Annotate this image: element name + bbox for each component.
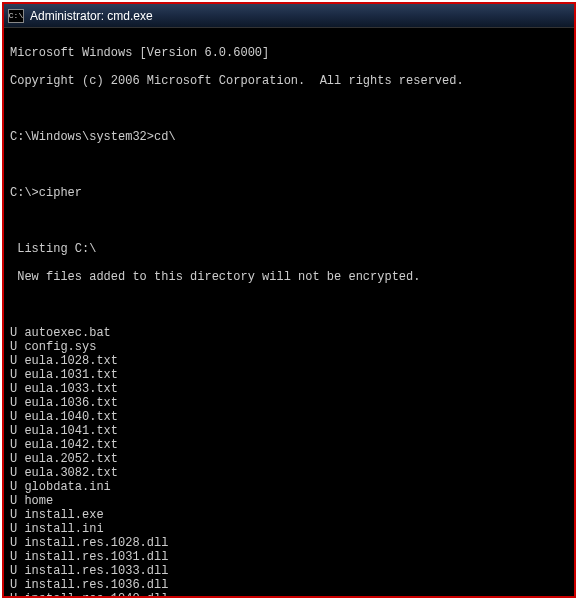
file-listing: U autoexec.batU config.sysU eula.1028.tx… <box>10 326 568 596</box>
file-entry: U install.res.1031.dll <box>10 550 568 564</box>
titlebar[interactable]: C:\ Administrator: cmd.exe <box>4 4 574 28</box>
file-entry: U eula.1036.txt <box>10 396 568 410</box>
window-title: Administrator: cmd.exe <box>30 9 153 23</box>
header-version: Microsoft Windows [Version 6.0.6000] <box>10 46 568 60</box>
file-entry: U eula.1041.txt <box>10 424 568 438</box>
file-entry: U eula.2052.txt <box>10 452 568 466</box>
file-entry: U install.res.1040.dll <box>10 592 568 596</box>
file-entry: U eula.1031.txt <box>10 368 568 382</box>
file-entry: U eula.3082.txt <box>10 466 568 480</box>
listing-header: Listing C:\ <box>10 242 568 256</box>
file-entry: U install.res.1036.dll <box>10 578 568 592</box>
file-entry: U autoexec.bat <box>10 326 568 340</box>
file-entry: U eula.1033.txt <box>10 382 568 396</box>
file-entry: U install.ini <box>10 522 568 536</box>
terminal-output[interactable]: Microsoft Windows [Version 6.0.6000] Cop… <box>4 28 574 596</box>
file-entry: U config.sys <box>10 340 568 354</box>
header-copyright: Copyright (c) 2006 Microsoft Corporation… <box>10 74 568 88</box>
cmd-icon-text: C:\ <box>9 12 23 20</box>
prompt-cipher: C:\>cipher <box>10 186 568 200</box>
file-entry: U home <box>10 494 568 508</box>
file-entry: U install.exe <box>10 508 568 522</box>
prompt-cd: C:\Windows\system32>cd\ <box>10 130 568 144</box>
file-entry: U eula.1028.txt <box>10 354 568 368</box>
file-entry: U eula.1042.txt <box>10 438 568 452</box>
file-entry: U globdata.ini <box>10 480 568 494</box>
file-entry: U install.res.1033.dll <box>10 564 568 578</box>
cmd-window: C:\ Administrator: cmd.exe Microsoft Win… <box>2 2 576 598</box>
listing-message: New files added to this directory will n… <box>10 270 568 284</box>
file-entry: U install.res.1028.dll <box>10 536 568 550</box>
file-entry: U eula.1040.txt <box>10 410 568 424</box>
cmd-icon: C:\ <box>8 9 24 23</box>
